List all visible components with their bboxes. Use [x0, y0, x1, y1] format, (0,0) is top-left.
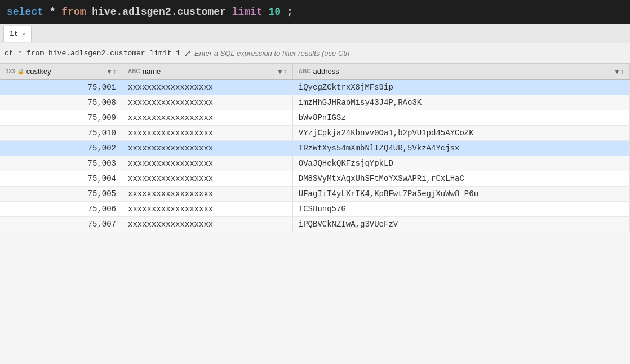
tab-close-button[interactable]: ✕: [22, 30, 26, 38]
sql-limit-value: 10: [269, 6, 281, 17]
custkey-type-icon: 123: [6, 68, 15, 74]
name-filter-button[interactable]: ▼↑: [277, 68, 287, 76]
cell-name: xxxxxxxxxxxxxxxxxx: [122, 126, 293, 141]
sql-limit-keyword: limit: [232, 6, 263, 17]
cell-name: xxxxxxxxxxxxxxxxxx: [122, 95, 293, 110]
result-tab[interactable]: lt ✕: [3, 26, 32, 42]
table-row[interactable]: 75,001xxxxxxxxxxxxxxxxxxiQyegZCktrxX8jMF…: [0, 79, 630, 95]
filter-query-text: ct * from hive.adlsgen2.customer limit 1: [5, 49, 180, 57]
custkey-filter-button[interactable]: ▼↑: [106, 68, 116, 76]
filter-input[interactable]: [194, 49, 625, 57]
col-header-custkey: 123 🔒 custkey ▼↑: [0, 64, 122, 79]
table-row[interactable]: 75,009xxxxxxxxxxxxxxxxxxbWv8PnIGSz: [0, 110, 630, 126]
table-row[interactable]: 75,003xxxxxxxxxxxxxxxxxxOVaJQHekQKFzsjqY…: [0, 156, 630, 171]
cell-name: xxxxxxxxxxxxxxxxxx: [122, 110, 293, 126]
cell-address: iQyegZCktrxX8jMFs9ip: [292, 79, 629, 95]
cell-address: TRzWtXys54mXmbNlIZQ4UR,5VkzA4Ycjsx: [292, 141, 629, 156]
tab-bar: lt ✕: [0, 24, 630, 43]
cell-custkey: 75,008: [0, 95, 122, 110]
cell-address: iPQBVCkNZIwA,g3VUeFzV: [292, 217, 629, 232]
cell-custkey: 75,007: [0, 217, 122, 232]
cell-custkey: 75,004: [0, 171, 122, 187]
sql-table-name: hive.adlsgen2.customer: [92, 6, 232, 17]
cell-address: OVaJQHekQKFzsjqYpkLD: [292, 156, 629, 171]
cell-address: TCS8unq57G: [292, 202, 629, 217]
cell-name: xxxxxxxxxxxxxxxxxx: [122, 156, 293, 171]
sql-select-keyword: select: [7, 6, 43, 17]
tab-label: lt: [10, 30, 19, 38]
cell-address: DM8SVyMtxAqxUhSFtMoYXSwAPRi,rCxLHaC: [292, 171, 629, 187]
table-row[interactable]: 75,007xxxxxxxxxxxxxxxxxxiPQBVCkNZIwA,g3V…: [0, 217, 630, 232]
filter-bar: ct * from hive.adlsgen2.customer limit 1…: [0, 43, 630, 64]
cell-address: VYzjCpkja24Kbnvv0Oa1,b2pVU1pd45AYCoZK: [292, 126, 629, 141]
table-row[interactable]: 75,004xxxxxxxxxxxxxxxxxxDM8SVyMtxAqxUhSF…: [0, 171, 630, 187]
cell-custkey: 75,002: [0, 141, 122, 156]
cell-custkey: 75,005: [0, 187, 122, 202]
cell-custkey: 75,001: [0, 79, 122, 95]
cell-name: xxxxxxxxxxxxxxxxxx: [122, 217, 293, 232]
table-row[interactable]: 75,002xxxxxxxxxxxxxxxxxxTRzWtXys54mXmbNl…: [0, 141, 630, 156]
resize-icon[interactable]: ⤢: [184, 48, 191, 59]
results-table: 123 🔒 custkey ▼↑ ABC name ▼↑ ABC: [0, 64, 630, 232]
table-body: 75,001xxxxxxxxxxxxxxxxxxiQyegZCktrxX8jMF…: [0, 79, 630, 232]
address-type-icon: ABC: [299, 68, 311, 74]
sql-query-bar: select * from hive.adlsgen2.customer lim…: [0, 0, 630, 24]
name-type-icon: ABC: [128, 68, 140, 74]
table-row[interactable]: 75,006xxxxxxxxxxxxxxxxxxTCS8unq57G: [0, 202, 630, 217]
cell-name: xxxxxxxxxxxxxxxxxx: [122, 187, 293, 202]
table-row[interactable]: 75,008xxxxxxxxxxxxxxxxxximzHhGJHRabMisy4…: [0, 95, 630, 110]
address-filter-button[interactable]: ▼↑: [614, 68, 624, 76]
cell-custkey: 75,010: [0, 126, 122, 141]
sql-star: *: [50, 6, 62, 17]
cell-name: xxxxxxxxxxxxxxxxxx: [122, 171, 293, 187]
cell-name: xxxxxxxxxxxxxxxxxx: [122, 141, 293, 156]
cell-address: imzHhGJHRabMisy43J4P,RAo3K: [292, 95, 629, 110]
custkey-lock-icon: 🔒: [17, 68, 24, 74]
col-header-address: ABC address ▼↑: [292, 64, 629, 79]
table-header-row: 123 🔒 custkey ▼↑ ABC name ▼↑ ABC: [0, 64, 630, 79]
sql-from-keyword: from: [61, 6, 86, 17]
cell-address: UFagIiT4yLXrIK4,KpBFwt7Pa5egjXuWw8 P6u: [292, 187, 629, 202]
cell-name: xxxxxxxxxxxxxxxxxx: [122, 202, 293, 217]
cell-custkey: 75,003: [0, 156, 122, 171]
table-row[interactable]: 75,010xxxxxxxxxxxxxxxxxxVYzjCpkja24Kbnvv…: [0, 126, 630, 141]
cell-custkey: 75,006: [0, 202, 122, 217]
results-table-container: 123 🔒 custkey ▼↑ ABC name ▼↑ ABC: [0, 64, 630, 232]
cell-name: xxxxxxxxxxxxxxxxxx: [122, 79, 293, 95]
cell-custkey: 75,009: [0, 110, 122, 126]
name-col-label: name: [143, 67, 161, 76]
col-header-name: ABC name ▼↑: [122, 64, 293, 79]
custkey-col-label: custkey: [26, 67, 51, 76]
cell-address: bWv8PnIGSz: [292, 110, 629, 126]
table-row[interactable]: 75,005xxxxxxxxxxxxxxxxxxUFagIiT4yLXrIK4,…: [0, 187, 630, 202]
sql-semicolon: ;: [287, 6, 293, 17]
address-col-label: address: [313, 67, 339, 76]
